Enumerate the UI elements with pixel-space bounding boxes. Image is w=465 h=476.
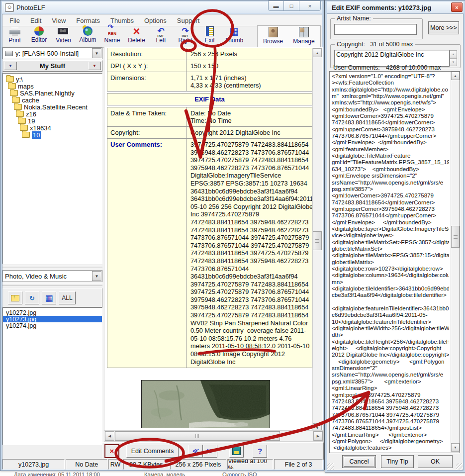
media-filter-selector[interactable]: Photo, Video & Music ▼ — [2, 270, 102, 282]
save-button[interactable] — [229, 445, 244, 458]
folder-up-button[interactable] — [8, 291, 22, 304]
scrollbar-thumb[interactable] — [115, 431, 280, 441]
table-row: Date & Time Taken: Date: No Date Time: N… — [107, 107, 312, 127]
status-segment: File 2 of 3 — [274, 459, 323, 470]
table-row: DPI ( X x Y ): 150 x 150 — [107, 60, 312, 72]
tree-item[interactable]: x19634 — [3, 124, 102, 131]
tree-item[interactable]: 10 — [3, 131, 102, 138]
next-file-button[interactable]: ≫ — [203, 445, 217, 458]
scroll-up-icon[interactable]: ▲ — [313, 48, 322, 57]
file-item[interactable]: y10273.jpg — [3, 316, 102, 322]
tree-item[interactable]: maps — [3, 83, 102, 90]
scroll-down-icon[interactable]: ▼ — [450, 58, 457, 66]
separator — [2, 284, 102, 286]
scroll-down-icon[interactable]: ▼ — [451, 443, 460, 452]
user-comments-text: 3974725.470275879 7472483.884118654 3975… — [186, 139, 312, 368]
close-viewer-button[interactable]: × — [104, 444, 119, 458]
toolbar-button[interactable]: Left — [149, 26, 173, 45]
scroll-up-icon[interactable]: ▲ — [451, 72, 460, 80]
artist-name-input[interactable] — [334, 24, 417, 35]
toolbar-button[interactable]: Right — [173, 26, 197, 45]
folder-icon — [18, 118, 26, 124]
minimize-button[interactable]: ▬ — [268, 0, 284, 11]
tree-item[interactable]: 19 — [3, 117, 102, 124]
folder-up-icon — [11, 295, 19, 301]
tree-item[interactable]: y:\ — [3, 76, 102, 83]
toolbar-button[interactable]: Thumb — [222, 26, 246, 45]
sidebar: y: [FLASH-500-Install] ▼ ▼ My Stuff ▼ y:… — [2, 47, 102, 464]
toolbar-button[interactable]: Exif — [197, 26, 222, 45]
file-item[interactable]: y10274.jpg — [3, 322, 102, 329]
table-row: Resolution: 256 x 256 Pixels — [107, 48, 312, 60]
tree-item[interactable]: cache — [3, 96, 102, 103]
file-item[interactable]: y10272.jpg — [3, 309, 102, 316]
file-list: y10272.jpg y10273.jpg y10274.jpg — [2, 307, 102, 445]
toolbar-button[interactable]: Video — [51, 26, 76, 45]
help-button[interactable]: ? — [253, 445, 267, 458]
printer-icon — [9, 26, 21, 36]
chevron-down-icon[interactable]: ▼ — [92, 48, 101, 58]
resize-grip[interactable] — [327, 463, 334, 470]
scroll-left-icon[interactable]: ◀ — [105, 431, 114, 441]
edit-comments-button[interactable]: Edit Comments — [126, 445, 179, 458]
dialog-vertical-scrollbar[interactable]: ▲ ▼ — [451, 72, 460, 452]
copyright-count: 31 of 5000 max — [370, 41, 413, 48]
toolbar-button[interactable]: Browse — [258, 26, 288, 46]
scroll-right-icon[interactable]: ▶ — [313, 431, 323, 441]
tree-item[interactable]: z16 — [3, 110, 102, 117]
content-horizontal-scrollbar[interactable]: ◀ ▶ — [104, 430, 324, 442]
table-row: Dimensions: 1,71 x 1,71 (inches) 4,33 x … — [107, 72, 312, 91]
status-segment: 20,7 KBytes — [123, 459, 169, 470]
show-all-button[interactable]: ALL — [59, 291, 76, 304]
folder-icon — [20, 125, 28, 131]
menu-item[interactable]: File — [9, 17, 20, 24]
tiny-tip-button[interactable]: Tiny Tip — [381, 455, 414, 468]
menu-item[interactable]: Thumbs — [110, 17, 134, 24]
more-button[interactable]: More >>> — [428, 21, 459, 34]
content-vertical-scrollbar[interactable]: ▲ ▼ — [312, 48, 322, 433]
toolbar-button[interactable]: Delete — [124, 26, 149, 45]
chevron-down-icon[interactable]: ▼ — [92, 271, 101, 281]
scrollbar-thumb[interactable] — [451, 226, 460, 248]
status-segment: RW — [108, 459, 122, 470]
menu-item[interactable]: Formats — [76, 17, 100, 24]
dialog-close-icon[interactable]: × — [451, 2, 463, 12]
user-comments-editor[interactable]: <?xml version="1.0" encoding="UTF-8"? ><… — [329, 71, 460, 453]
dialog-title: Edit EXIF comments: y10273.jpg — [332, 4, 431, 11]
my-stuff-bar[interactable]: ▼ My Stuff ▼ — [2, 60, 102, 72]
edit-exif-dialog: Edit EXIF comments: y10273.jpg × Artist … — [325, 0, 465, 473]
toolbar-button[interactable]: Name — [100, 26, 124, 45]
menu-item[interactable]: Options — [144, 17, 167, 24]
previous-file-button[interactable]: ≪ — [188, 445, 203, 458]
chevron-down-icon[interactable]: ▼ — [4, 62, 17, 70]
toolbar-button[interactable]: Print — [2, 26, 27, 45]
toolbar-button[interactable]: Album — [76, 26, 100, 45]
toolbar-button[interactable]: Editor — [27, 26, 51, 45]
close-button[interactable]: × — [299, 0, 321, 11]
restore-button[interactable]: □ — [283, 0, 299, 11]
user-comments-xml[interactable]: <?xml version="1.0" encoding="UTF-8"? ><… — [332, 73, 449, 451]
cancel-button[interactable]: Cancel — [342, 455, 376, 468]
tree-item[interactable]: Nokia.Satellite.Recent — [3, 103, 102, 110]
drive-label: y: [FLASH-500-Install] — [15, 50, 79, 57]
delete-x-icon — [131, 26, 143, 36]
chevron-down-icon[interactable]: ▼ — [88, 62, 101, 70]
thumbnails-button[interactable]: ▦ — [42, 291, 56, 304]
dialog-title-bar[interactable]: Edit EXIF comments: y10273.jpg — [327, 1, 464, 13]
scrollbar-thumb[interactable] — [313, 231, 322, 250]
resize-grip[interactable] — [456, 463, 463, 470]
exif-doc-icon — [206, 26, 214, 36]
rename-icon — [106, 26, 118, 36]
refresh-button[interactable]: ↻ — [25, 291, 39, 304]
ok-button[interactable]: OK — [418, 455, 453, 468]
scroll-up-icon[interactable]: ▲ — [450, 50, 457, 58]
menu-item[interactable]: View — [52, 17, 66, 24]
drive-selector[interactable]: y: [FLASH-500-Install] ▼ — [2, 47, 102, 59]
background-text: Дата изменения: 05.11.2011 18:00 — [14, 472, 100, 476]
exif-data-heading: EXIF Data — [107, 93, 312, 105]
tree-item[interactable]: SAS.Planet.Nightly — [3, 90, 102, 96]
toolbar-button[interactable]: Manage — [288, 26, 319, 46]
menu-item[interactable]: Support — [177, 17, 200, 24]
menu-item[interactable]: Edit — [30, 17, 41, 24]
satellite-thumbnail-image — [141, 380, 270, 428]
